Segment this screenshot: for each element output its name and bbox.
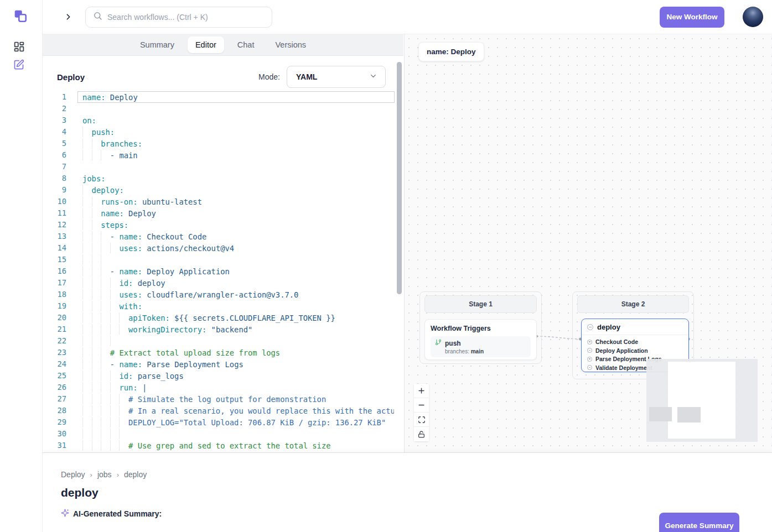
code-line-4[interactable]: 4push: xyxy=(43,126,403,138)
line-content: DEPLOY_LOG="Total Upload: 706.87 KiB / g… xyxy=(77,416,395,428)
indent-guide xyxy=(110,405,120,416)
line-content: # Extract total upload size from logs xyxy=(77,347,395,358)
indent-guide xyxy=(92,312,101,324)
indent-guide xyxy=(82,359,92,370)
code-line-28[interactable]: 28# In a real scenario, you would replac… xyxy=(43,405,403,416)
app-logo-icon[interactable] xyxy=(13,9,28,23)
edit-workflow-icon[interactable] xyxy=(13,59,25,71)
code-line-16[interactable]: 16- name: Deploy Application xyxy=(43,265,403,277)
breadcrumb-item[interactable]: Deploy xyxy=(61,470,85,479)
line-number: 13 xyxy=(43,231,66,242)
workflow-canvas[interactable]: name: Deploy Stage 1 Workflow Triggers p… xyxy=(404,34,772,452)
code-line-12[interactable]: 12steps: xyxy=(43,219,403,231)
yaml-code-editor[interactable]: 1name: Deploy23on:4push:5branches:6- mai… xyxy=(43,91,403,451)
search-input[interactable] xyxy=(107,13,265,22)
line-content: name: Deploy xyxy=(77,207,395,219)
indent-guide xyxy=(101,231,110,242)
code-line-5[interactable]: 5branches: xyxy=(43,138,403,149)
code-line-23[interactable]: 23# Extract total upload size from logs xyxy=(43,347,403,358)
indent-guide xyxy=(101,150,110,161)
job-step[interactable]: Checkout Code xyxy=(587,338,683,345)
breadcrumb-item[interactable]: deploy xyxy=(124,470,147,479)
indent-guide xyxy=(101,405,110,416)
indent-guide xyxy=(101,371,110,382)
indent-guide xyxy=(92,394,101,405)
code-line-1[interactable]: 1name: Deploy xyxy=(43,91,403,103)
minimap-viewport xyxy=(668,362,735,439)
indent-guide xyxy=(110,371,120,382)
line-number: 17 xyxy=(43,277,66,289)
line-number: 11 xyxy=(43,207,66,219)
top-bar: New Workflow xyxy=(43,0,772,34)
line-content xyxy=(77,428,395,440)
code-line-22[interactable]: 22 xyxy=(43,335,403,347)
code-line-11[interactable]: 11name: Deploy xyxy=(43,207,403,219)
indent-guide xyxy=(101,289,110,300)
indent-guide xyxy=(82,371,92,382)
lock-button[interactable] xyxy=(414,427,429,441)
code-line-10[interactable]: 10runs-on: ubuntu-latest xyxy=(43,196,403,207)
line-content: id: deploy xyxy=(77,277,395,289)
code-line-29[interactable]: 29DEPLOY_LOG="Total Upload: 706.87 KiB /… xyxy=(43,416,403,428)
line-content: run: | xyxy=(77,382,395,393)
fit-view-button[interactable] xyxy=(414,413,429,427)
generate-summary-button[interactable]: Generate Summary xyxy=(659,513,739,532)
indent-guide xyxy=(92,138,101,149)
workflow-triggers-node[interactable]: Workflow Triggers push branches: main xyxy=(424,319,537,360)
code-line-25[interactable]: 25id: parse_logs xyxy=(43,370,403,382)
step-status-icon xyxy=(587,340,592,345)
indent-guide xyxy=(92,405,101,416)
sidebar-expand-chevron-icon[interactable] xyxy=(64,12,73,22)
mode-select-value: YAML xyxy=(296,72,317,81)
indent-guide xyxy=(101,359,110,370)
indent-guide xyxy=(82,231,92,242)
tab-summary[interactable]: Summary xyxy=(132,36,182,53)
code-line-8[interactable]: 8jobs: xyxy=(43,173,403,184)
code-line-18[interactable]: 18uses: cloudflare/wrangler-action@v3.7.… xyxy=(43,289,403,300)
zoom-in-button[interactable] xyxy=(414,384,429,398)
stage-1-group[interactable]: Stage 1 Workflow Triggers push branches:… xyxy=(419,291,542,364)
line-number: 24 xyxy=(43,358,66,370)
tab-editor[interactable]: Editor xyxy=(188,36,224,53)
tab-chat[interactable]: Chat xyxy=(230,36,262,53)
workflow-name-chip[interactable]: name: Deploy xyxy=(418,42,484,61)
workflow-search[interactable] xyxy=(85,7,272,28)
code-line-21[interactable]: 21workingDirectory: "backend" xyxy=(43,324,403,335)
line-content: branches: xyxy=(77,138,395,149)
line-number: 18 xyxy=(43,289,66,300)
editor-scrollbar[interactable] xyxy=(397,62,402,294)
canvas-minimap[interactable] xyxy=(646,359,758,442)
user-avatar[interactable] xyxy=(743,7,763,27)
zoom-out-button[interactable] xyxy=(414,398,429,413)
breadcrumb-item[interactable]: jobs xyxy=(97,470,112,479)
code-line-2[interactable]: 2 xyxy=(43,103,403,114)
indent-guide xyxy=(101,336,110,347)
code-line-7[interactable]: 7 xyxy=(43,161,403,173)
indent-guide xyxy=(82,429,92,440)
code-line-20[interactable]: 20apiToken: ${{ secrets.CLOUDFLARE_API_T… xyxy=(43,312,403,324)
code-line-9[interactable]: 9deploy: xyxy=(43,184,403,196)
editor-panel: SummaryEditorChatVersions Deploy Mode: Y… xyxy=(43,34,403,452)
code-line-3[interactable]: 3on: xyxy=(43,114,403,126)
code-line-6[interactable]: 6- main xyxy=(43,149,403,161)
new-workflow-button[interactable]: New Workflow xyxy=(660,7,724,28)
indent-guide xyxy=(110,301,120,312)
trigger-push-row[interactable]: push branches: main xyxy=(431,336,531,357)
line-number: 16 xyxy=(43,265,66,277)
code-line-17[interactable]: 17id: deploy xyxy=(43,277,403,289)
code-line-30[interactable]: 30 xyxy=(43,428,403,440)
code-line-15[interactable]: 15 xyxy=(43,254,403,265)
indent-guide xyxy=(92,266,101,277)
job-step[interactable]: Deploy Application xyxy=(587,347,683,354)
code-line-14[interactable]: 14uses: actions/checkout@v4 xyxy=(43,242,403,254)
mode-select[interactable]: YAML xyxy=(287,66,386,88)
dashboard-icon[interactable] xyxy=(13,41,25,53)
code-line-24[interactable]: 24- name: Parse Deployment Logs xyxy=(43,358,403,370)
breadcrumb-separator: › xyxy=(90,471,92,479)
code-line-13[interactable]: 13- name: Checkout Code xyxy=(43,231,403,242)
tab-versions[interactable]: Versions xyxy=(267,36,314,53)
code-line-26[interactable]: 26run: | xyxy=(43,382,403,393)
code-line-27[interactable]: 27# Simulate the log output for demonstr… xyxy=(43,393,403,405)
code-line-19[interactable]: 19with: xyxy=(43,300,403,312)
code-line-31[interactable]: 31# Use grep and sed to extract the tota… xyxy=(43,440,403,451)
